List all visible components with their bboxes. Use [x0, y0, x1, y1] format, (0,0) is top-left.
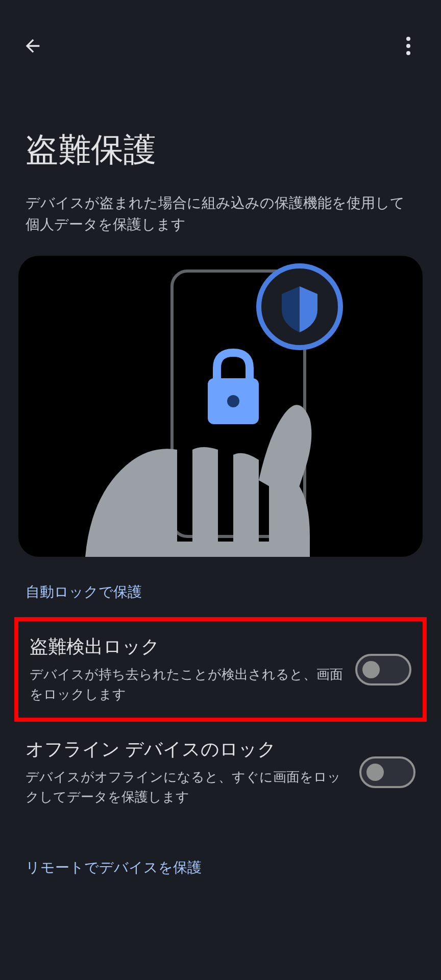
back-button[interactable] [20, 34, 45, 58]
svg-point-2 [227, 395, 239, 407]
arrow-back-icon [22, 36, 43, 56]
offline-lock-toggle[interactable] [359, 756, 415, 788]
page-subtitle: デバイスが盗まれた場合に組み込みの保護機能を使用して個人データを保護します [0, 192, 441, 256]
more-vert-icon [406, 37, 410, 55]
theft-detection-toggle[interactable] [355, 654, 411, 685]
setting-title: 盗難検出ロック [30, 634, 345, 659]
section-remote-label: リモートでデバイスを保護 [0, 822, 441, 893]
setting-description: デバイスがオフラインになると、すぐに画面をロックしてデータを保護します [26, 767, 349, 807]
section-auto-lock-label: 自動ロックで保護 [0, 582, 441, 617]
toggle-knob [362, 661, 380, 678]
setting-description: デバイスが持ち去られたことが検出されると、画面をロックします [30, 665, 345, 704]
setting-offline-device-lock[interactable]: オフライン デバイスのロック デバイスがオフラインになると、すぐに画面をロックし… [0, 722, 441, 822]
setting-theft-detection-lock[interactable]: 盗難検出ロック デバイスが持ち去られたことが検出されると、画面をロックします [14, 617, 427, 722]
toggle-knob [366, 764, 384, 781]
page-title: 盗難保護 [0, 92, 441, 192]
more-options-button[interactable] [396, 34, 421, 58]
theft-protection-illustration [18, 256, 423, 557]
setting-title: オフライン デバイスのロック [26, 737, 349, 762]
